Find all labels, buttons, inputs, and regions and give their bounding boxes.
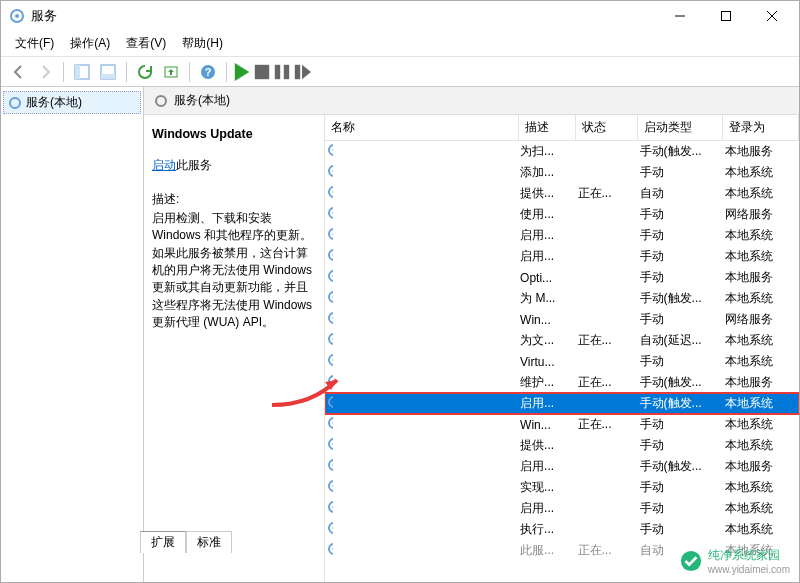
- description-label: 描述:: [152, 191, 316, 208]
- svg-point-40: [329, 397, 333, 407]
- service-description: 为文...: [518, 330, 575, 351]
- menu-view[interactable]: 查看(V): [118, 31, 174, 56]
- table-row[interactable]: Windows Subsystem for ...Virtu...手动本地系统: [325, 351, 799, 372]
- table-row[interactable]: Windows Installer添加...手动本地系统: [325, 162, 799, 183]
- gear-icon: [327, 437, 333, 454]
- service-status: [576, 162, 638, 183]
- gear-icon: [327, 500, 333, 517]
- service-startup-type: 手动: [638, 267, 723, 288]
- forward-button[interactable]: [33, 60, 57, 84]
- table-row[interactable]: Windows Time维护...正在...手动(触发...本地服务: [325, 372, 799, 393]
- service-description: 启用...: [518, 456, 575, 477]
- service-status: 正在...: [576, 540, 638, 561]
- close-button[interactable]: [749, 1, 795, 31]
- table-row[interactable]: Windows Management I...提供...正在...自动本地系统: [325, 183, 799, 204]
- back-button[interactable]: [7, 60, 31, 84]
- svg-point-38: [329, 376, 333, 386]
- menu-help[interactable]: 帮助(H): [174, 31, 231, 56]
- service-status: [576, 225, 638, 246]
- svg-point-14: [10, 98, 20, 108]
- menu-action[interactable]: 操作(A): [62, 31, 118, 56]
- export-button[interactable]: [159, 60, 183, 84]
- pause-button[interactable]: [273, 63, 291, 81]
- table-row[interactable]: Windows Mixed Reality ...启用...手动本地系统: [325, 225, 799, 246]
- table-row[interactable]: Windows PushToInstall ...为 M...手动(触发...本…: [325, 288, 799, 309]
- service-status: [576, 435, 638, 456]
- service-status: [576, 267, 638, 288]
- description-text: 启用检测、下载和安装 Windows 和其他程序的更新。如果此服务被禁用，这台计…: [152, 210, 316, 332]
- watermark-name: 纯净系统家园: [708, 547, 790, 564]
- table-row[interactable]: Windows Modules Install...启用...手动本地系统: [325, 246, 799, 267]
- restart-button[interactable]: [293, 63, 311, 81]
- service-status: 正在...: [576, 372, 638, 393]
- service-description: 启用...: [518, 225, 575, 246]
- service-startup-type: 手动: [638, 477, 723, 498]
- toolbar-detail-icon[interactable]: [70, 60, 94, 84]
- svg-point-42: [329, 418, 333, 428]
- column-name[interactable]: 名称: [325, 115, 518, 141]
- service-logon-as: 本地系统: [723, 351, 799, 372]
- service-logon-as: 本地系统: [723, 162, 799, 183]
- gear-icon: [327, 185, 333, 202]
- tab-standard[interactable]: 标准: [186, 531, 232, 553]
- svg-point-46: [329, 460, 333, 470]
- table-row[interactable]: Windows Search为文...正在...自动(延迟...本地系统: [325, 330, 799, 351]
- menubar: 文件(F) 操作(A) 查看(V) 帮助(H): [1, 31, 799, 57]
- table-row[interactable]: Windows 更新医生服务启用...手动本地系统: [325, 498, 799, 519]
- toolbar-separator: [226, 62, 227, 82]
- svg-point-20: [329, 187, 333, 197]
- column-status[interactable]: 状态: [576, 115, 638, 141]
- service-startup-type: 手动: [638, 414, 723, 435]
- tab-extended[interactable]: 扩展: [140, 531, 186, 553]
- table-row[interactable]: Windows 感知模拟服务实现...手动本地系统: [325, 477, 799, 498]
- service-list-pane[interactable]: 名称 描述 状态 启动类型 登录为 Windows Image Acquisit…: [324, 115, 799, 582]
- help-button[interactable]: ?: [196, 60, 220, 84]
- table-row[interactable]: Windows Update启用...手动(触发...本地系统: [325, 393, 799, 414]
- gear-icon: [327, 164, 333, 181]
- sub-header-title: 服务(本地): [174, 92, 230, 109]
- svg-point-43: [332, 421, 333, 424]
- minimize-button[interactable]: [657, 1, 703, 31]
- maximize-button[interactable]: [703, 1, 749, 31]
- service-logon-as: 本地系统: [723, 246, 799, 267]
- menu-file[interactable]: 文件(F): [7, 31, 62, 56]
- table-row[interactable]: Windows Presentation Fo...Opti...手动本地服务: [325, 267, 799, 288]
- stop-button[interactable]: [253, 63, 271, 81]
- refresh-button[interactable]: [133, 60, 157, 84]
- table-row[interactable]: Windows Image Acquisiti...为扫...手动(触发...本…: [325, 141, 799, 163]
- service-status: 正在...: [576, 414, 638, 435]
- svg-point-53: [332, 526, 333, 529]
- table-row[interactable]: Windows Remote Manag...Win...手动网络服务: [325, 309, 799, 330]
- service-startup-type: 手动: [638, 204, 723, 225]
- column-logon-as[interactable]: 登录为: [723, 115, 799, 141]
- svg-point-52: [329, 523, 333, 533]
- service-startup-type: 手动: [638, 162, 723, 183]
- table-row[interactable]: Windows 感知服务启用...手动(触发...本地服务: [325, 456, 799, 477]
- play-button[interactable]: [233, 63, 251, 81]
- start-service-link[interactable]: 启动: [152, 158, 176, 172]
- svg-point-25: [332, 232, 333, 235]
- service-description: Win...: [518, 309, 575, 330]
- column-description[interactable]: 描述: [518, 115, 575, 141]
- service-logon-as: 本地系统: [723, 498, 799, 519]
- service-status: [576, 309, 638, 330]
- gear-icon: [327, 206, 333, 223]
- nav-item-label: 服务(本地): [26, 94, 82, 111]
- service-status: [576, 351, 638, 372]
- table-row[interactable]: Windows 安全中心服务Win...正在...手动本地系统: [325, 414, 799, 435]
- nav-services-local[interactable]: 服务(本地): [3, 91, 141, 114]
- service-startup-type: 手动: [638, 309, 723, 330]
- svg-point-32: [329, 313, 333, 323]
- table-row[interactable]: Windows Media Player N...使用...手动网络服务: [325, 204, 799, 225]
- toolbar-separator: [63, 62, 64, 82]
- table-row[interactable]: Windows 管理服务执行...手动本地系统: [325, 519, 799, 540]
- table-row[interactable]: Windows 备份提供...手动本地系统: [325, 435, 799, 456]
- column-startup-type[interactable]: 启动类型: [638, 115, 723, 141]
- svg-point-1: [15, 14, 19, 18]
- window-title: 服务: [31, 7, 657, 25]
- svg-rect-6: [101, 74, 115, 79]
- tabs: 扩展 标准: [140, 531, 232, 553]
- gear-icon: [327, 374, 333, 391]
- toolbar-large-icon[interactable]: [96, 60, 120, 84]
- service-description: Opti...: [518, 267, 575, 288]
